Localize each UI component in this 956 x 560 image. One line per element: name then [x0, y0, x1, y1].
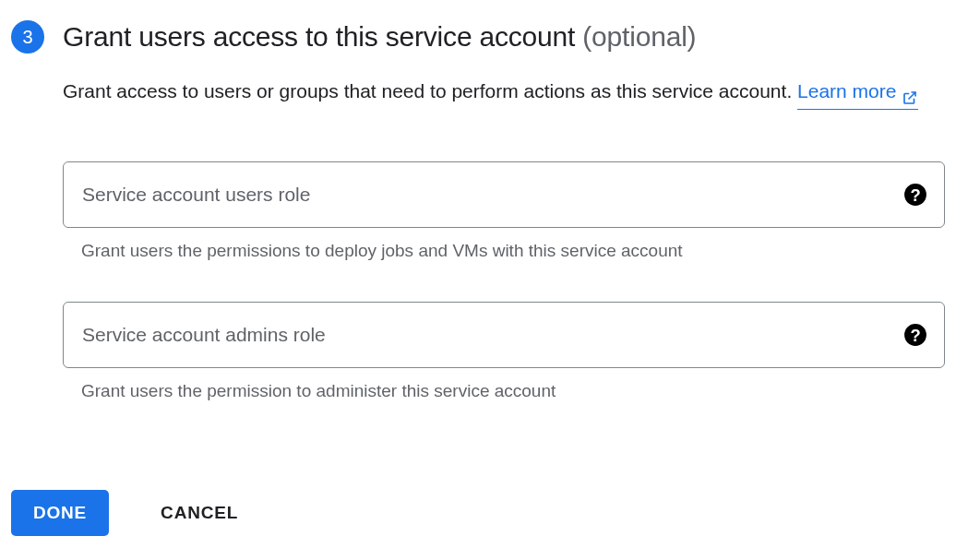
help-icon[interactable]: ?	[903, 323, 927, 347]
admins-role-input[interactable]	[82, 324, 889, 346]
action-buttons: DONE CANCEL	[11, 490, 945, 536]
step-number-badge: 3	[11, 20, 44, 54]
learn-more-label: Learn more	[797, 75, 896, 108]
description-text: Grant access to users or groups that nee…	[63, 80, 792, 101]
heading-optional-label: (optional)	[582, 21, 696, 52]
admins-role-field-group: ? Grant users the permission to administ…	[63, 302, 945, 401]
step-number: 3	[22, 27, 32, 48]
svg-text:?: ?	[910, 185, 920, 204]
done-button[interactable]: DONE	[11, 490, 109, 536]
external-link-icon	[902, 83, 918, 100]
heading-title: Grant users access to this service accou…	[63, 21, 575, 52]
section-description: Grant access to users or groups that nee…	[63, 75, 945, 110]
users-role-input[interactable]	[82, 184, 889, 206]
cancel-button[interactable]: CANCEL	[161, 503, 238, 523]
users-role-field-group: ? Grant users the permissions to deploy …	[63, 161, 945, 261]
help-icon[interactable]: ?	[903, 183, 927, 207]
svg-text:?: ?	[910, 325, 920, 344]
learn-more-link[interactable]: Learn more	[797, 75, 918, 110]
section-heading: Grant users access to this service accou…	[63, 18, 945, 54]
users-role-field[interactable]: ?	[63, 161, 945, 228]
admins-role-hint: Grant users the permission to administer…	[63, 381, 945, 401]
users-role-hint: Grant users the permissions to deploy jo…	[63, 241, 945, 261]
admins-role-field[interactable]: ?	[63, 302, 945, 368]
